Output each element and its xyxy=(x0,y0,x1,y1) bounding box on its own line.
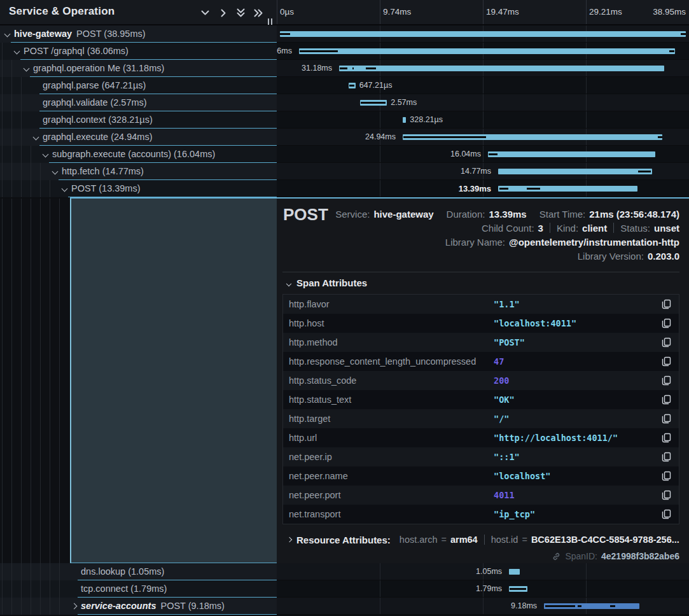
span-bar-row[interactable]: 1.05ms xyxy=(277,563,689,580)
chevron-right-icon[interactable] xyxy=(288,538,291,542)
indent-guide xyxy=(2,146,3,163)
span-duration-bar[interactable] xyxy=(403,117,406,123)
span-name-row[interactable]: graphql.operation Me (31.18ms) xyxy=(0,60,277,77)
collapse-one-icon[interactable] xyxy=(200,8,210,17)
attribute-row: http.host"localhost:4011" xyxy=(283,314,679,333)
copy-icon[interactable] xyxy=(662,375,671,386)
span-name-row[interactable]: tcp.connect (1.79ms) xyxy=(0,580,277,598)
copy-icon[interactable] xyxy=(662,395,671,405)
span-bar-row[interactable]: 14.77ms xyxy=(277,163,689,180)
attribute-key: http.status_text xyxy=(289,395,351,405)
span-duration-bar[interactable] xyxy=(498,186,637,192)
copy-icon[interactable] xyxy=(662,471,671,481)
span-bar-row[interactable]: 9.18ms xyxy=(277,598,689,615)
indent-guide xyxy=(21,146,22,163)
chevron-down-icon[interactable] xyxy=(24,66,29,71)
indent-guide xyxy=(31,180,31,197)
ruler-tick-label: 29.21ms xyxy=(589,7,622,17)
span-bar-row[interactable]: 38.95ms xyxy=(277,25,689,43)
span-duration-bar[interactable] xyxy=(509,569,520,575)
critical-path-segment xyxy=(610,605,615,607)
chevron-right-icon[interactable] xyxy=(72,604,76,608)
span-bar-row[interactable]: 36.06ms xyxy=(277,43,689,60)
span-name-label: hive-gatewayPOST (38.95ms) xyxy=(14,29,146,39)
attribute-row: net.peer.ip"::1" xyxy=(283,447,679,466)
row-underline xyxy=(78,614,277,615)
indent-guide xyxy=(21,77,22,94)
span-name-label: graphql.parse (647.21µs) xyxy=(43,80,146,90)
attribute-key: http.status_code xyxy=(289,375,356,386)
expand-one-icon[interactable] xyxy=(219,8,228,18)
chevron-down-icon[interactable] xyxy=(62,186,67,191)
span-name-row[interactable]: POST /graphql (36.06ms) xyxy=(0,43,277,60)
copy-icon[interactable] xyxy=(662,414,671,424)
span-bar-row[interactable]: 31.18ms xyxy=(277,60,689,77)
span-name-row[interactable]: POST (13.39ms) xyxy=(0,180,277,197)
span-bar-row[interactable]: 647.21µs xyxy=(277,77,689,94)
indent-guide xyxy=(31,563,31,580)
span-name-row[interactable]: service-accountsPOST (9.18ms) xyxy=(0,598,277,615)
attribute-key: net.peer.ip xyxy=(289,452,332,462)
span-duration-bar[interactable] xyxy=(498,169,652,174)
span-bar-row[interactable]: 328.21µs xyxy=(277,111,689,129)
chevron-down-icon[interactable] xyxy=(15,49,19,53)
chevron-down-icon[interactable] xyxy=(43,152,48,157)
span-name-row[interactable]: graphql.execute (24.94ms) xyxy=(0,129,277,146)
copy-icon[interactable] xyxy=(662,509,671,519)
span-bar-row[interactable]: 2.57ms xyxy=(277,94,689,111)
critical-path-segment xyxy=(366,67,376,69)
span-name-row[interactable]: http.fetch (14.77ms) xyxy=(0,163,277,180)
span-name-row[interactable]: hive-gatewayPOST (38.95ms) xyxy=(0,25,277,43)
bar-duration-label: 31.18ms xyxy=(302,64,332,73)
collapse-all-icon[interactable] xyxy=(236,7,246,18)
detail-left-fill xyxy=(70,199,277,563)
span-bar-row[interactable]: 24.94ms xyxy=(277,129,689,146)
critical-path-segment xyxy=(527,188,539,190)
copy-icon[interactable] xyxy=(662,490,671,500)
span-attributes-title[interactable]: Span Attributes xyxy=(296,277,367,288)
indent-guide xyxy=(50,580,50,598)
chevron-down-icon[interactable] xyxy=(5,32,10,36)
ruler-tick xyxy=(277,0,277,24)
expand-all-icon[interactable] xyxy=(253,8,264,18)
bar-duration-label: 328.21µs xyxy=(410,115,443,124)
copy-icon[interactable] xyxy=(662,299,671,309)
grid-line xyxy=(380,180,380,197)
ruler-tick-label: 9.74ms xyxy=(383,7,411,17)
span-name-row[interactable]: dns.lookup (1.05ms) xyxy=(0,563,277,580)
overview-label: Status: xyxy=(620,223,650,234)
span-attributes-chevron-icon[interactable] xyxy=(287,282,291,286)
indent-guide xyxy=(2,180,3,197)
copy-icon[interactable] xyxy=(662,356,671,367)
copy-icon[interactable] xyxy=(662,318,671,328)
chevron-down-icon[interactable] xyxy=(53,169,57,174)
copy-icon[interactable] xyxy=(662,452,671,462)
span-duration-bar[interactable] xyxy=(299,48,675,54)
span-name-row[interactable]: graphql.validate (2.57ms) xyxy=(0,94,277,111)
copy-icon[interactable] xyxy=(662,337,671,347)
indent-guide xyxy=(2,43,3,60)
span-duration-bar[interactable] xyxy=(488,151,655,157)
link-icon[interactable] xyxy=(552,552,561,561)
span-duration-bar[interactable] xyxy=(280,31,686,37)
copy-icon[interactable] xyxy=(662,433,671,443)
span-bar-row[interactable]: 13.39ms xyxy=(277,180,689,197)
service-name: hive-gateway xyxy=(14,29,72,39)
attribute-key: http.method xyxy=(289,337,338,347)
attribute-key: http.flavor xyxy=(289,299,330,309)
chevron-down-icon[interactable] xyxy=(34,135,38,139)
span-name-row[interactable]: graphql.context (328.21µs) xyxy=(0,111,277,129)
critical-path-segment xyxy=(361,102,386,104)
grid-line xyxy=(483,111,484,129)
attribute-value: "POST" xyxy=(494,337,525,347)
span-duration-bar[interactable] xyxy=(339,66,664,71)
span-name-row[interactable]: graphql.parse (647.21µs) xyxy=(0,77,277,94)
span-bar-row[interactable]: 16.04ms xyxy=(277,146,689,163)
span-name-row[interactable]: subgraph.execute (accounts) (16.04ms) xyxy=(0,146,277,163)
overview-label: Library Version: xyxy=(578,251,644,262)
grid-line xyxy=(380,163,380,180)
timeline-ruler[interactable]: 0µs9.74ms19.47ms29.21ms38.95ms xyxy=(277,0,689,25)
span-id-row: SpanID: 4e21998f3b82abe6 xyxy=(552,550,679,563)
resource-attributes-row[interactable]: Resource Attributes:host.arch=arm64host.… xyxy=(282,533,679,547)
span-bar-row[interactable]: 1.79ms xyxy=(277,580,689,598)
